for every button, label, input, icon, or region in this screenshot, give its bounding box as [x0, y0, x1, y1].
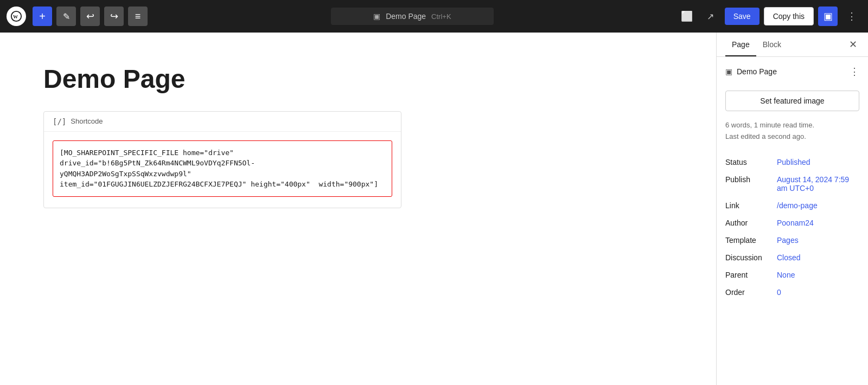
meta-info: 6 words, 1 minute read time. Last edited… [725, 120, 859, 143]
edit-button[interactable]: ✎ [56, 7, 76, 26]
page-doc-row: ▣ Demo Page ⋮ [725, 66, 859, 82]
undo-button[interactable]: ↩ [80, 7, 100, 26]
shortcode-block: [/] Shortcode [MO_SHAREPOINT_SPECIFIC_FI… [43, 111, 401, 208]
redo-button[interactable]: ↪ [104, 7, 124, 26]
external-link-button[interactable]: ↗ [701, 7, 720, 26]
wp-logo[interactable]: W [7, 7, 26, 26]
shortcode-input[interactable]: [MO_SHAREPOINT_SPECIFIC_FILE home="drive… [53, 140, 392, 197]
table-row: Order 0 [725, 284, 859, 301]
table-row: Link /demo-page [725, 197, 859, 214]
status-label: Status [725, 153, 777, 171]
parent-value[interactable]: None [777, 266, 859, 284]
sidebar-tabs: Page Block ✕ [717, 33, 868, 57]
status-value[interactable]: Published [777, 153, 859, 171]
doc-title-area: ▣ Demo Page Ctrl+K [152, 8, 673, 25]
add-block-button[interactable]: + [33, 7, 52, 26]
template-value[interactable]: Pages [777, 232, 859, 249]
sidebar-toggle-button[interactable]: ▣ [818, 7, 838, 26]
page-doc-title: Demo Page [737, 67, 777, 76]
order-label: Order [725, 284, 777, 301]
details-table: Status Published Publish August 14, 2024… [725, 153, 859, 301]
author-value[interactable]: Poonam24 [777, 214, 859, 232]
table-row: Discussion Closed [725, 249, 859, 266]
table-row: Status Published [725, 153, 859, 171]
link-value[interactable]: /demo-page [777, 197, 859, 214]
toolbar-right: ⬜ ↗ Save Copy this ▣ ⋮ [677, 7, 861, 26]
add-icon: + [39, 10, 46, 23]
tab-page[interactable]: Page [725, 33, 756, 56]
block-header: [/] Shortcode [44, 112, 401, 132]
more-options-button[interactable]: ⋮ [842, 7, 861, 26]
meta-words: 6 words, 1 minute read time. [725, 120, 859, 131]
external-link-icon: ↗ [707, 11, 714, 22]
doc-title-bar[interactable]: ▣ Demo Page Ctrl+K [331, 8, 494, 25]
author-label: Author [725, 214, 777, 232]
list-view-icon: ≡ [135, 11, 141, 22]
more-icon: ⋮ [847, 10, 857, 22]
toolbar: W + ✎ ↩ ↪ ≡ ▣ Demo Page Ctrl+K ⬜ ↗ Save … [0, 0, 868, 33]
page-more-options-button[interactable]: ⋮ [850, 66, 859, 78]
main-area: Demo Page [/] Shortcode [MO_SHAREPOINT_S… [0, 33, 868, 385]
undo-icon: ↩ [86, 10, 94, 22]
page-doc-icon: ▣ [725, 67, 732, 76]
list-view-button[interactable]: ≡ [128, 7, 148, 26]
discussion-value[interactable]: Closed [777, 249, 859, 266]
sidebar-close-button[interactable]: ✕ [847, 36, 859, 53]
order-value[interactable]: 0 [777, 284, 859, 301]
parent-label: Parent [725, 266, 777, 284]
tab-block[interactable]: Block [756, 33, 788, 56]
page-title: Demo Page [43, 65, 673, 94]
publish-value[interactable]: August 14, 2024 7:59 am UTC+0 [777, 171, 859, 197]
sidebar-icon: ▣ [824, 10, 833, 22]
meta-edited: Last edited a second ago. [725, 131, 859, 143]
table-row: Publish August 14, 2024 7:59 am UTC+0 [725, 171, 859, 197]
table-row: Author Poonam24 [725, 214, 859, 232]
table-row: Template Pages [725, 232, 859, 249]
set-featured-image-button[interactable]: Set featured image [725, 91, 859, 111]
link-label: Link [725, 197, 777, 214]
table-row: Parent None [725, 266, 859, 284]
preview-icon: ⬜ [681, 10, 693, 22]
preview-button[interactable]: ⬜ [677, 7, 697, 26]
sidebar: Page Block ✕ ▣ Demo Page ⋮ Set featured … [716, 33, 868, 385]
pencil-icon: ✎ [63, 11, 70, 22]
template-label: Template [725, 232, 777, 249]
keyboard-shortcut: Ctrl+K [431, 12, 451, 21]
publish-label: Publish [725, 171, 777, 197]
page-doc-label: ▣ Demo Page [725, 67, 777, 76]
discussion-label: Discussion [725, 249, 777, 266]
save-button[interactable]: Save [725, 8, 760, 25]
redo-icon: ↪ [110, 10, 118, 22]
editor-area: Demo Page [/] Shortcode [MO_SHAREPOINT_S… [0, 33, 716, 385]
shortcode-block-icon: [/] [53, 117, 66, 126]
sidebar-content: ▣ Demo Page ⋮ Set featured image 6 words… [717, 57, 868, 385]
shortcode-content: [MO_SHAREPOINT_SPECIFIC_FILE home="drive… [44, 132, 401, 208]
block-label: Shortcode [71, 117, 103, 125]
doc-title-text: Demo Page [386, 12, 426, 21]
copy-this-button[interactable]: Copy this [764, 7, 814, 25]
svg-text:W: W [13, 14, 18, 20]
document-icon: ▣ [373, 12, 380, 21]
